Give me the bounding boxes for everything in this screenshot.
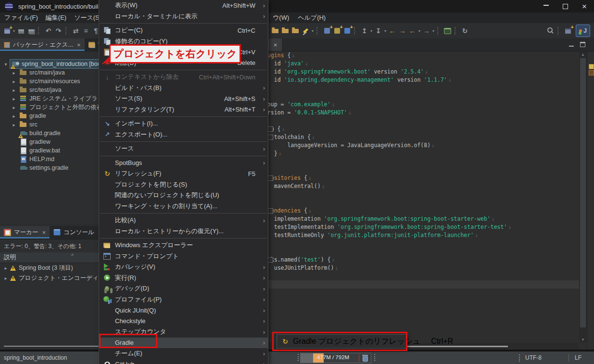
menu-item--e-[interactable]: チーム(E)› — [99, 348, 268, 359]
expand-arrow-icon[interactable]: ▸ — [10, 105, 18, 110]
menu-item--[interactable]: ローカル・ターミナルに表示› — [99, 11, 268, 22]
menu-item--[interactable]: ソース› — [99, 143, 268, 154]
dropdown-arrow-icon[interactable]: ▾ — [432, 29, 434, 33]
tab-console[interactable]: コンソール — [50, 226, 98, 238]
menu-item--c-[interactable]: コピー(C)Ctrl+C — [99, 25, 268, 36]
fold-marker-icon[interactable]: - — [268, 257, 273, 263]
new-wizard-icon[interactable]: ▾ — [2, 26, 12, 36]
undo-icon[interactable]: ↶ — [43, 26, 53, 36]
scroll-down-icon[interactable]: ▼ — [581, 338, 585, 342]
status-encoding[interactable]: UTF-8 — [525, 354, 569, 361]
status-line-ending[interactable]: LF — [575, 354, 594, 361]
expand-arrow-icon[interactable]: ▸ — [10, 96, 18, 101]
warning-marker-icon[interactable] — [589, 64, 594, 69]
new-s-icon[interactable] — [342, 26, 352, 36]
expand-arrow-icon[interactable]: ▸ — [10, 122, 18, 127]
dropdown-arrow-icon[interactable]: ▾ — [312, 29, 314, 33]
menu-item--a-[interactable]: 比較(A)› — [99, 215, 268, 226]
menubar-item[interactable]: ファイル(F) — [4, 13, 38, 22]
menubar-item[interactable]: ヘルプ(H) — [298, 13, 326, 22]
menu-item--w-[interactable]: 表示(W)Alt+Shift+W› — [99, 0, 268, 11]
menu-item-windows-[interactable]: Windows エクスプローラー — [99, 240, 268, 251]
tab-package-explorer[interactable]: パッケージ・エクス... × — [0, 38, 85, 51]
next-annotation-icon[interactable]: ↧▾ — [373, 26, 383, 36]
java-perspective-button[interactable]: J — [576, 25, 590, 37]
editor-content[interactable]: plugins {↓ id 'java'↓ id 'org.springfram… — [249, 51, 594, 350]
menu-item--u-[interactable]: 関連のないプロジェクトを閉じる(U) — [99, 190, 268, 201]
new-ant-icon[interactable] — [332, 26, 342, 36]
dropdown-arrow-icon[interactable]: ▾ — [384, 29, 386, 33]
sync-editor-icon[interactable]: ⇄ — [71, 26, 81, 36]
minimize-button[interactable] — [536, 0, 556, 13]
expand-arrow-icon[interactable]: ▸ — [10, 88, 18, 93]
menu-item-checkstyle[interactable]: Checkstyle› — [99, 316, 268, 327]
save-marker-icon[interactable]: ↥▾ — [359, 26, 369, 36]
menu-item--b-[interactable]: ビルド・パス(B)› — [99, 83, 268, 94]
scroll-up-icon[interactable]: ▲ — [581, 52, 585, 57]
new-window-icon[interactable] — [442, 26, 453, 36]
expand-arrow-icon[interactable]: ▸ — [10, 113, 18, 119]
close-tab-icon[interactable]: × — [274, 41, 278, 49]
close-tab-icon[interactable]: × — [42, 229, 46, 236]
dropdown-arrow-icon[interactable]: ▾ — [13, 29, 15, 33]
fold-marker-icon[interactable]: - — [268, 126, 273, 132]
fold-marker-icon[interactable]: - — [268, 135, 273, 140]
menu-item--s-[interactable]: プロジェクトを閉じる(S) — [99, 179, 268, 190]
back-icon[interactable]: ← — [387, 26, 397, 36]
forward-history-icon[interactable]: →▾ — [421, 26, 431, 36]
menu-item--v-[interactable]: カバレッジ(V)› — [99, 262, 268, 273]
expand-arrow-icon[interactable]: ▸ — [10, 79, 18, 84]
menu-item-spotbugs[interactable]: SpotBugs› — [99, 158, 268, 169]
open-project-icon[interactable] — [291, 26, 301, 36]
markers-hscrollbar[interactable] — [4, 346, 99, 347]
menu-item--[interactable]: ↓コンテキストから除去Ctrl+Alt+Shift+Down — [99, 72, 268, 83]
drag-handle-icon[interactable] — [519, 354, 521, 362]
open-resource-icon[interactable] — [280, 26, 291, 36]
menubar-item[interactable]: ソース(S) — [74, 13, 101, 22]
menu-item--r-[interactable]: 実行(R)› — [99, 273, 268, 284]
menu-item--o-[interactable]: ↗エクスポート(O)... — [99, 129, 268, 140]
menu-item-quick-junit-q-[interactable]: Quick JUnit(Q)› — [99, 305, 268, 316]
open-type-icon[interactable] — [270, 26, 280, 36]
minimize-view-icon[interactable] — [569, 42, 574, 47]
close-tab-icon[interactable]: × — [77, 41, 81, 49]
editor-vscrollbar[interactable]: ▲ ▼ — [579, 51, 587, 343]
dropdown-arrow-icon[interactable]: ▾ — [370, 29, 372, 33]
run-gc-trash-icon[interactable] — [362, 355, 368, 361]
tab-markers[interactable]: マーカー × — [0, 226, 50, 238]
close-button[interactable]: × — [575, 0, 594, 13]
menu-item--y-[interactable]: ローカル・ヒストリーからの復元(Y)... — [99, 226, 268, 237]
fold-marker-icon[interactable]: - — [268, 208, 273, 213]
menubar-item[interactable]: ウ(W) — [273, 13, 289, 22]
menu-item--s-[interactable]: ソース(S)Alt+Shift+S› — [99, 93, 268, 104]
code-text[interactable]: plugins {↓ id 'java'↓ id 'org.springfram… — [261, 51, 511, 280]
expand-arrow-icon[interactable]: ▸ — [2, 276, 10, 281]
menu-item--d-[interactable]: デバッグ(D)› — [99, 283, 268, 294]
expand-arrow-icon[interactable]: ▾ — [2, 62, 10, 67]
search-icon[interactable] — [545, 26, 556, 36]
menu-item--p-[interactable]: プロファイル(P)› — [99, 294, 268, 305]
vscrollbar-thumb[interactable] — [580, 58, 586, 327]
menu-item-github[interactable]: GitHub› — [99, 359, 268, 364]
open-perspective-icon[interactable] — [563, 26, 573, 36]
menu-item--[interactable]: コマンド・プロンプト — [99, 251, 268, 262]
redo-icon[interactable]: ↷ — [53, 26, 63, 36]
menu-item--f-[interactable]: ↻リフレッシュ(F)F5 — [99, 168, 268, 179]
maximize-button[interactable] — [556, 0, 575, 13]
menu-item--t-[interactable]: リファクタリング(T)Alt+Shift+T› — [99, 104, 268, 115]
save-all-icon[interactable] — [26, 26, 36, 36]
menu-item--a-[interactable]: ワーキング・セットの割り当て(A)... — [99, 201, 268, 212]
new-run-icon[interactable] — [322, 26, 332, 36]
maximize-view-icon[interactable] — [580, 42, 585, 47]
drag-handle-icon[interactable] — [374, 354, 377, 361]
forward-icon[interactable]: → — [397, 26, 407, 36]
show-outline-icon[interactable]: ≡ — [81, 26, 91, 36]
dropdown-arrow-icon[interactable]: ▾ — [418, 29, 420, 33]
menubar-item[interactable]: 編集(E) — [46, 13, 66, 22]
menu-item--i-[interactable]: ↘インポート(I)... — [99, 118, 268, 129]
save-icon[interactable] — [16, 26, 26, 36]
expand-arrow-icon[interactable]: ▸ — [2, 265, 10, 271]
back-history-icon[interactable]: ←▾ — [407, 26, 417, 36]
fold-marker-icon[interactable]: - — [268, 176, 273, 181]
highlighter-icon[interactable]: ▾ — [301, 26, 311, 36]
